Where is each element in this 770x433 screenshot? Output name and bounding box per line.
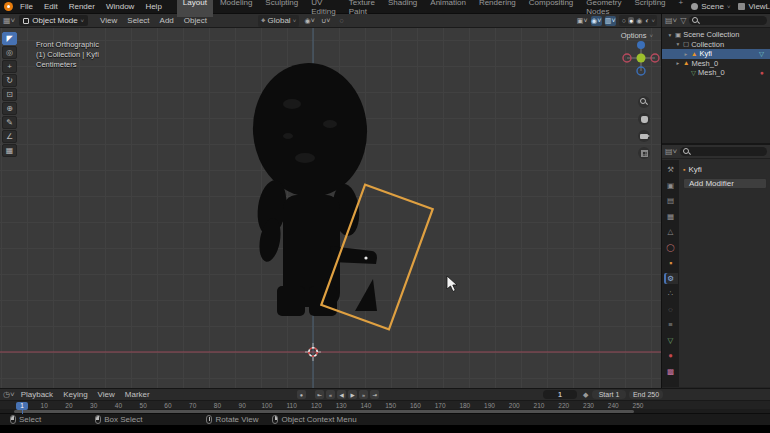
scene-name: Scene: [701, 2, 724, 11]
tool-button[interactable]: ◤: [2, 32, 17, 45]
properties-tab[interactable]: [664, 180, 678, 191]
expand-caret-icon[interactable]: ▸: [675, 60, 681, 66]
expand-caret-icon[interactable]: ▾: [667, 32, 673, 38]
expand-caret-icon[interactable]: ▸: [683, 51, 689, 57]
properties-tab[interactable]: [664, 257, 678, 268]
properties-tab[interactable]: [664, 366, 678, 377]
tool-button[interactable]: ⊕: [2, 102, 17, 115]
gizmos-dropdown[interactable]: ▣˅: [577, 16, 588, 26]
outliner-search-input[interactable]: [689, 16, 767, 25]
timeline-menu-item[interactable]: Marker: [121, 390, 154, 399]
menu-item[interactable]: Help: [140, 1, 166, 12]
outliner-row[interactable]: ▸ Mesh_0: [662, 59, 770, 69]
timeline-editor-icon[interactable]: ◷˅: [3, 390, 15, 399]
outliner-row[interactable]: Mesh_0: [662, 68, 770, 78]
transport-button[interactable]: ⇤: [315, 390, 324, 399]
workspace-tab[interactable]: Animation: [424, 0, 472, 17]
xray-toggle[interactable]: ▥˅: [605, 16, 616, 26]
viewport-3d[interactable]: Front Orthographic (1) Collection | Kyfi…: [0, 28, 661, 388]
pivot-point-dropdown[interactable]: ◉˅: [304, 16, 315, 26]
snap-magnet-toggle[interactable]: ∪˅: [320, 16, 331, 26]
ortho-toggle-icon[interactable]: [638, 147, 650, 159]
filter-icon[interactable]: ▽: [680, 16, 686, 25]
current-frame-field[interactable]: 1: [543, 390, 577, 399]
transport-button[interactable]: ◀: [337, 390, 346, 399]
properties-tab[interactable]: [664, 288, 678, 299]
viewport-menu-item[interactable]: Select: [123, 15, 153, 26]
expand-caret-icon[interactable]: ▾: [675, 41, 681, 47]
menu-item[interactable]: Render: [64, 1, 100, 12]
workspace-tab[interactable]: Texture Paint: [343, 0, 381, 17]
auto-keying-toggle[interactable]: ●: [297, 390, 306, 399]
workspace-tab[interactable]: Scripting: [628, 0, 671, 17]
workspace-tab[interactable]: UV Editing: [305, 0, 341, 17]
properties-tab[interactable]: [664, 211, 678, 222]
timeline-menu-item[interactable]: Keying: [59, 390, 91, 399]
properties-tab[interactable]: [664, 226, 678, 237]
properties-tab[interactable]: [664, 319, 678, 330]
material-shading-icon[interactable]: ◉: [635, 17, 643, 25]
tool-button[interactable]: +: [2, 60, 17, 73]
transport-button[interactable]: ▶: [348, 390, 357, 399]
menu-item[interactable]: Edit: [39, 1, 63, 12]
properties-tab[interactable]: [664, 335, 678, 346]
transport-button[interactable]: »: [359, 390, 368, 399]
tool-button[interactable]: ↻: [2, 74, 17, 87]
playhead-line[interactable]: [22, 409, 24, 414]
timeline-ruler[interactable]: 1 11020304050607080901001101201301401501…: [0, 400, 770, 409]
workspace-tab[interactable]: +: [673, 0, 690, 17]
overlays-toggle[interactable]: ◉˅: [591, 16, 602, 26]
properties-tab[interactable]: [664, 350, 678, 361]
workspace-tab[interactable]: Rendering: [473, 0, 522, 17]
transport-button[interactable]: «: [326, 390, 335, 399]
tool-button[interactable]: ▦: [2, 144, 17, 157]
wireframe-shading-icon[interactable]: ○: [621, 17, 627, 24]
workspace-tab[interactable]: Compositing: [523, 0, 579, 17]
outliner-display-mode-icon[interactable]: ▤˅: [665, 16, 677, 25]
proportional-editing-toggle[interactable]: ◌: [336, 16, 347, 26]
menu-item[interactable]: Window: [101, 1, 139, 12]
mode-selector[interactable]: Object Mode ˅: [19, 15, 88, 26]
pan-hand-icon[interactable]: [638, 113, 650, 125]
scene-selector[interactable]: Scene ˅: [691, 2, 730, 11]
workspace-tab[interactable]: Layout: [177, 0, 213, 17]
editor-type-icon[interactable]: ▦˅: [3, 16, 15, 25]
nav-gizmo[interactable]: [623, 41, 659, 75]
outliner-row[interactable]: ▾ Collection: [662, 40, 770, 50]
viewport-menu-item[interactable]: View: [96, 15, 121, 26]
properties-editor-icon[interactable]: ▤˅: [665, 147, 677, 156]
properties-tab[interactable]: [664, 273, 678, 284]
transport-button[interactable]: ⇥: [370, 390, 379, 399]
blender-logo-icon[interactable]: [4, 2, 13, 11]
tool-button[interactable]: ⊡: [2, 88, 17, 101]
outliner-row[interactable]: ▾ Scene Collection: [662, 30, 770, 40]
workspace-tab[interactable]: Shading: [382, 0, 423, 17]
menu-item[interactable]: File: [15, 1, 38, 12]
view-layer-selector[interactable]: ViewLayer: [738, 2, 770, 11]
camera-view-icon[interactable]: [638, 130, 650, 142]
tool-button[interactable]: ✎: [2, 116, 17, 129]
tool-button[interactable]: ◎: [2, 46, 17, 59]
options-dropdown[interactable]: Options˅: [621, 31, 653, 40]
properties-tab[interactable]: [664, 304, 678, 315]
frame-tick-label: 160: [410, 402, 421, 409]
tool-button[interactable]: ∠: [2, 130, 17, 143]
workspace-tab[interactable]: Modeling: [214, 0, 258, 17]
properties-tab[interactable]: [664, 164, 678, 175]
solid-shading-icon[interactable]: ●: [628, 17, 634, 24]
add-modifier-button[interactable]: Add Modifier: [683, 178, 767, 189]
rendered-shading-icon[interactable]: ◐: [644, 17, 650, 24]
viewport-menu-item[interactable]: Add: [156, 15, 178, 26]
workspace-tab[interactable]: Sculpting: [259, 0, 304, 17]
zoom-icon[interactable]: [638, 96, 650, 108]
keying-set-icon[interactable]: ◆: [583, 391, 588, 399]
frame-end-field[interactable]: End 250: [629, 390, 663, 399]
properties-tab[interactable]: [664, 195, 678, 206]
properties-search-input[interactable]: [680, 147, 767, 156]
workspace-tab[interactable]: Geometry Nodes: [580, 0, 627, 17]
properties-tab[interactable]: [664, 242, 678, 253]
timeline-menu-item[interactable]: Playback: [17, 390, 57, 399]
outliner-row[interactable]: ▸ Kyfi: [662, 49, 770, 59]
timeline-menu-item[interactable]: View: [94, 390, 119, 399]
frame-start-field[interactable]: Start 1: [592, 390, 626, 399]
